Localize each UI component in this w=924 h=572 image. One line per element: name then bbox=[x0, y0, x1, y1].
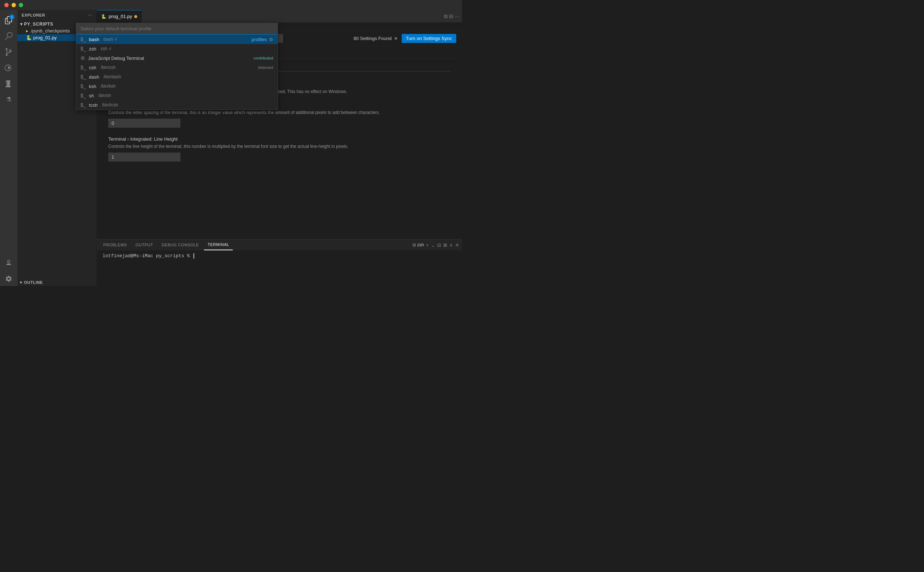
zsh-indicator[interactable]: ⊡ zsh bbox=[413, 242, 424, 247]
split-editor-icon[interactable]: ⧉ bbox=[444, 13, 447, 19]
traffic-light-yellow[interactable] bbox=[12, 3, 16, 7]
settings-line-height: Terminal › Integrated: Line Height Contr… bbox=[108, 136, 450, 162]
settings-gear-icon[interactable] bbox=[2, 272, 16, 286]
tree-item-label: prog_01.py bbox=[33, 35, 57, 40]
debug-terminal-icon: ⚙ bbox=[81, 55, 85, 61]
tab-label: prog_01.py bbox=[109, 14, 132, 19]
terminal-prompt: lotfinejad@Ms-iMac py_scripts % bbox=[103, 253, 190, 259]
tab-bar: 🐍 prog_01.py ⧉ ⊟ ··· bbox=[97, 10, 462, 23]
dropdown-item-sh[interactable]: $_ sh /bin/sh bbox=[76, 91, 277, 100]
tcsh-icon: $_ bbox=[81, 102, 86, 108]
terminal-profile-dropdown: $_ bash bash -l profiles ⚙ $_ zsh zsh -l… bbox=[76, 23, 278, 110]
detected-tag: detected bbox=[258, 65, 273, 70]
debug-console-tab[interactable]: DEBUG CONSOLE bbox=[158, 239, 203, 250]
search-activity-icon[interactable] bbox=[2, 29, 16, 43]
item-path: /bin/tcsh bbox=[102, 103, 118, 107]
problems-tab[interactable]: PROBLEMS bbox=[100, 239, 131, 250]
item-path: /bin/csh bbox=[101, 65, 115, 70]
letter-spacing-input[interactable] bbox=[108, 119, 181, 127]
item-name: dash bbox=[89, 74, 99, 80]
source-control-icon[interactable] bbox=[2, 45, 16, 59]
bash-icon: $_ bbox=[81, 36, 86, 42]
zsh-icon: $_ bbox=[81, 46, 86, 51]
traffic-light-red[interactable] bbox=[4, 3, 9, 7]
close-panel-icon[interactable]: ✕ bbox=[455, 242, 459, 248]
account-icon[interactable] bbox=[2, 256, 16, 270]
terminal-cursor bbox=[193, 253, 197, 259]
terminal-panel: PROBLEMS OUTPUT DEBUG CONSOLE TERMINAL ⊡… bbox=[97, 239, 462, 286]
contributed-tag: contributed bbox=[254, 56, 273, 60]
add-terminal-icon[interactable]: + bbox=[426, 242, 429, 248]
zsh-label: zsh bbox=[417, 242, 424, 247]
item-path: /bin/sh bbox=[98, 93, 111, 98]
explorer-badge: 1 bbox=[9, 14, 14, 19]
item-name: tcsh bbox=[89, 103, 98, 108]
tab-prog01[interactable]: 🐍 prog_01.py bbox=[97, 10, 142, 23]
line-height-input[interactable] bbox=[108, 152, 181, 162]
line-height-desc: Controls the line height of the terminal… bbox=[108, 143, 450, 150]
kill-terminal-icon[interactable]: ⊟ bbox=[437, 242, 441, 248]
trash-icon[interactable]: ⊠ bbox=[443, 242, 447, 248]
found-icon: ≡ bbox=[394, 36, 397, 41]
outline-label: OUTLINE bbox=[24, 280, 43, 284]
tree-item-label: .ipynb_checkpoints bbox=[30, 28, 70, 34]
dropdown-item-tcsh[interactable]: $_ tcsh /bin/tcsh bbox=[76, 100, 277, 110]
dropdown-item-csh[interactable]: $_ csh /bin/csh detected bbox=[76, 63, 277, 72]
titlebar bbox=[0, 0, 462, 10]
sidebar-header: Explorer ··· bbox=[17, 10, 97, 20]
dropdown-item-bash[interactable]: $_ bash bash -l profiles ⚙ bbox=[76, 35, 277, 44]
split-terminal-icon[interactable]: ⌄ bbox=[431, 242, 435, 248]
test-icon[interactable]: ⚗ bbox=[2, 92, 16, 107]
profiles-label: profiles ⚙ bbox=[252, 37, 273, 42]
item-name: sh bbox=[89, 93, 94, 98]
activity-bar: 1 ⚗ bbox=[0, 10, 17, 286]
outline-header[interactable]: ▸ OUTLINE bbox=[17, 278, 97, 286]
terminal-tab[interactable]: TERMINAL bbox=[204, 239, 233, 250]
extensions-icon[interactable] bbox=[2, 76, 16, 91]
tab-actions: ⧉ ⊟ ··· bbox=[444, 13, 462, 19]
item-name: ksh bbox=[89, 84, 97, 89]
settings-sync-button[interactable]: Turn on Settings Sync bbox=[402, 34, 456, 43]
item-name: JavaScript Debug Terminal bbox=[88, 56, 144, 61]
item-path: zsh -l bbox=[101, 46, 111, 51]
profiles-gear-icon[interactable]: ⚙ bbox=[269, 37, 273, 42]
dropdown-item-zsh[interactable]: $_ zsh zsh -l bbox=[76, 44, 277, 53]
chevron-up-icon[interactable]: ∧ bbox=[449, 242, 453, 248]
item-name: csh bbox=[89, 65, 97, 70]
item-path: bash -l bbox=[104, 37, 117, 42]
dropdown-item-ksh[interactable]: $_ ksh /bin/ksh bbox=[76, 81, 277, 91]
item-path: /bin/ksh bbox=[101, 84, 115, 89]
dropdown-item-dash[interactable]: $_ dash /bin/dash bbox=[76, 72, 277, 81]
found-count-label: 80 Settings Found bbox=[353, 36, 392, 41]
run-debug-icon[interactable] bbox=[2, 61, 16, 75]
item-path: /bin/dash bbox=[104, 74, 121, 79]
line-height-heading: Terminal › Integrated: Line Height bbox=[108, 136, 450, 142]
sidebar-title: Explorer bbox=[22, 13, 45, 17]
terminal-profile-search[interactable] bbox=[76, 23, 277, 35]
dropdown-item-js-debug[interactable]: ⚙ JavaScript Debug Terminal contributed bbox=[76, 53, 277, 63]
traffic-light-green[interactable] bbox=[19, 3, 23, 7]
output-tab[interactable]: OUTPUT bbox=[132, 239, 157, 250]
folder-label: PY_SCRIPTS bbox=[24, 22, 53, 27]
letter-spacing-desc: Controls the letter spacing of the termi… bbox=[108, 109, 450, 116]
item-name: zsh bbox=[89, 46, 97, 51]
terminal-tabs: PROBLEMS OUTPUT DEBUG CONSOLE TERMINAL ⊡… bbox=[97, 239, 462, 250]
csh-icon: $_ bbox=[81, 65, 86, 70]
dash-icon: $_ bbox=[81, 74, 86, 80]
terminal-content: lotfinejad@Ms-iMac py_scripts % bbox=[97, 250, 462, 286]
more-actions-icon[interactable]: ··· bbox=[455, 13, 459, 19]
item-name: bash bbox=[89, 37, 99, 42]
ksh-icon: $_ bbox=[81, 83, 86, 89]
sh-icon: $_ bbox=[81, 93, 86, 98]
terminal-actions: ⊡ zsh + ⌄ ⊟ ⊠ ∧ ✕ bbox=[413, 242, 459, 248]
toggle-panel-icon[interactable]: ⊟ bbox=[449, 13, 453, 19]
sidebar-header-actions[interactable]: ··· bbox=[88, 13, 92, 17]
settings-found-count: 80 Settings Found ≡ bbox=[353, 36, 397, 41]
explorer-icon[interactable]: 1 bbox=[2, 13, 16, 27]
tab-modified-dot bbox=[134, 15, 137, 18]
